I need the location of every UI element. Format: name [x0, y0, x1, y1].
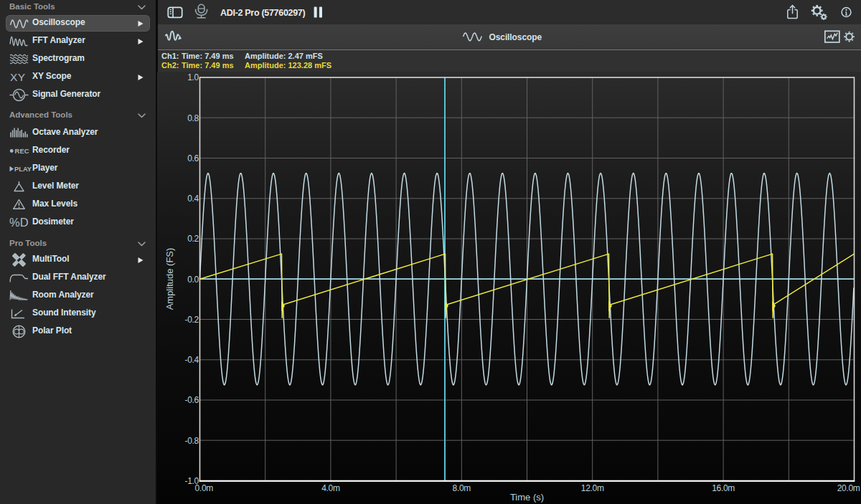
svg-text:0.0: 0.0: [187, 275, 199, 285]
svg-text:Amplitude (FS): Amplitude (FS): [164, 248, 175, 310]
svg-text:-0.4: -0.4: [185, 355, 199, 365]
svg-text:0.0m: 0.0m: [195, 483, 214, 493]
svg-text:0.8: 0.8: [187, 113, 199, 123]
svg-text:%D: %D: [9, 216, 29, 229]
svg-text:Time (s): Time (s): [510, 492, 544, 503]
svg-text:-0.8: -0.8: [185, 436, 199, 446]
svg-text:0.4: 0.4: [187, 194, 199, 204]
svg-text:0.2: 0.2: [187, 234, 199, 244]
svg-text:4.0m: 4.0m: [321, 483, 340, 493]
svg-text:PLAY: PLAY: [14, 166, 32, 173]
svg-text:0.6: 0.6: [187, 153, 199, 163]
svg-text:XY: XY: [10, 71, 26, 83]
svg-text:1.0: 1.0: [187, 72, 199, 82]
svg-text:-0.2: -0.2: [185, 315, 199, 325]
svg-text:16.0m: 16.0m: [712, 483, 735, 493]
svg-text:-0.6: -0.6: [185, 395, 199, 405]
svg-text:8.0m: 8.0m: [453, 483, 471, 493]
svg-text:REC: REC: [15, 148, 29, 155]
svg-text:12.0m: 12.0m: [581, 483, 604, 493]
svg-text:20.0m: 20.0m: [837, 483, 860, 493]
